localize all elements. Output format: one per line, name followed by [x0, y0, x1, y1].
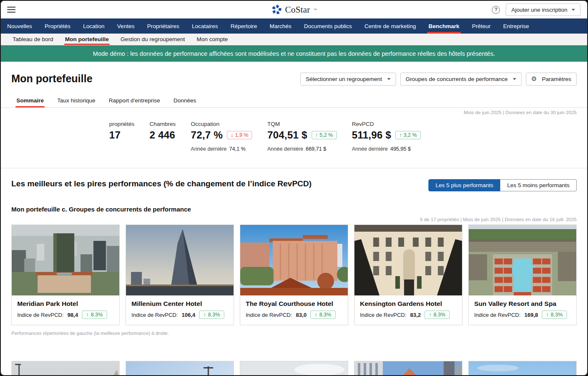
grouping-dropdown-label: Sélectionner un regroupement	[306, 76, 382, 82]
up-arrow-icon: ↑	[86, 312, 89, 318]
hotel-name: Meridian Park Hotel	[17, 300, 114, 308]
stat-tqm: TQM 704,51 $ ↑ 5,2 % Année dernière669,7…	[267, 121, 336, 152]
hotel-card[interactable]	[468, 361, 577, 376]
down-arrow-icon: ↓	[231, 132, 233, 138]
performance-section-title: Les meilleurs et les pires performances …	[11, 179, 312, 188]
hotel-card-kensington-gardens[interactable]: Kensington Gardens Hotel Indice de RevPC…	[354, 225, 462, 325]
change-value: 8.3%	[433, 312, 446, 318]
add-listing-label: Ajouter une inscription	[511, 7, 567, 13]
hotel-card[interactable]	[240, 361, 348, 376]
compset-dropdown[interactable]: Groupes de concurrents de performance	[400, 73, 522, 86]
nav-item-documents-publics[interactable]: Documents publics	[298, 18, 358, 34]
stat-chambres: Chambres 2 446	[150, 121, 176, 152]
index-value: 169,8	[525, 312, 538, 318]
nav-item-nouvelles[interactable]: Nouvelles	[1, 18, 38, 34]
hotel-name: Millenium Center Hotel	[131, 300, 228, 308]
hotel-photo	[240, 361, 348, 376]
gear-icon: ⚙	[531, 76, 537, 82]
hotel-photo	[12, 225, 119, 295]
toggle-bottom-performers[interactable]: Les 5 moins performants	[500, 179, 577, 191]
tab-donnees[interactable]: Données	[168, 95, 201, 107]
tab-sommaire[interactable]: Sommaire	[11, 95, 49, 107]
hotel-name: Kensington Gardens Hotel	[360, 300, 457, 308]
hotel-cards-row-2	[11, 361, 577, 376]
up-arrow-icon: ↑	[315, 132, 318, 138]
up-arrow-icon: ↑	[546, 312, 549, 318]
chevron-down-icon	[387, 78, 391, 80]
hotel-card[interactable]	[11, 361, 120, 376]
nav-item-proprietaires[interactable]: Propriétaires	[141, 18, 186, 34]
stat-label: TQM	[267, 121, 336, 127]
performers-toggle: Les 5 plus performants Les 5 moins perfo…	[428, 179, 577, 191]
add-listing-button[interactable]: Ajouter une inscription	[506, 3, 580, 16]
hotel-photo	[469, 361, 576, 376]
hotel-photo	[354, 361, 462, 376]
help-icon[interactable]: ?	[492, 6, 500, 14]
change-value: 8.3%	[91, 312, 103, 318]
hotel-cards-row: Meridian Park Hotel Indice de RevPCD: 98…	[11, 225, 577, 325]
nav-item-location[interactable]: Location	[77, 18, 111, 34]
summary-date-note: Mois de juin 2025 | Données en date du 3…	[11, 110, 577, 115]
performance-date-note: 5 de 17 propriétés | Mois de juin 2025 |…	[11, 217, 577, 222]
subnav-item-tableau-de-bord[interactable]: Tableau de bord	[7, 34, 59, 45]
nav-item-ventes[interactable]: Ventes	[111, 18, 141, 34]
change-badge-up: ↑ 8.3%	[425, 311, 450, 319]
tab-rapport-entreprise[interactable]: Rapport d'entreprise	[104, 95, 165, 107]
stat-value: 17	[109, 129, 134, 141]
hotel-photo	[126, 361, 234, 376]
toggle-top-performers[interactable]: Les 5 plus performants	[428, 179, 500, 191]
subnav-item-mon-portefeuille[interactable]: Mon portefeuille	[59, 34, 115, 45]
page-title: Mon portefeuille	[11, 73, 92, 85]
nav-item-preteur[interactable]: Prêteur	[466, 18, 497, 34]
hotel-photo	[126, 225, 234, 295]
nav-item-benchmark[interactable]: Benchmark	[422, 18, 466, 34]
demo-mode-banner: Mode démo : les données de performance a…	[1, 45, 587, 62]
change-value: 8.3%	[319, 312, 331, 318]
index-value: 106,4	[182, 312, 196, 318]
index-label: Indice de RevPCD:	[360, 312, 407, 318]
up-arrow-icon: ↑	[399, 132, 402, 138]
change-value: 1,9 %	[235, 132, 249, 138]
settings-label: Paramètres	[542, 76, 571, 82]
hotel-card[interactable]	[126, 361, 234, 376]
hotel-photo	[12, 361, 119, 376]
nav-item-marches[interactable]: Marchés	[263, 18, 298, 34]
stat-label: Occupation	[191, 121, 252, 127]
nav-item-repertoire[interactable]: Répertoire	[224, 18, 263, 34]
hotel-card-millenium-center[interactable]: Millenium Center Hotel Indice de RevPCD:…	[126, 225, 234, 325]
hotel-photo	[469, 225, 576, 295]
hotel-name: The Royal Courthouse Hotel	[246, 300, 342, 308]
hotel-card[interactable]	[354, 361, 462, 376]
nav-item-locataires[interactable]: Locataires	[186, 18, 224, 34]
change-badge-up: ↑ 8.3%	[542, 311, 567, 319]
chevron-down-icon	[513, 78, 516, 80]
hotel-card-sun-valley[interactable]: Sun Valley Resort and Spa Indice de RevP…	[468, 225, 577, 325]
summary-stats-panel: Mois de juin 2025 | Données en date du 3…	[1, 108, 587, 168]
hotel-card-meridian-park[interactable]: Meridian Park Hotel Indice de RevPCD: 98…	[11, 225, 120, 325]
subnav-item-gestion-regroupement[interactable]: Gestion du regroupement	[115, 34, 191, 45]
app-window: CoStar ™ ? Ajouter une inscription Nouve…	[0, 0, 588, 376]
up-arrow-icon: ↑	[203, 312, 206, 318]
index-value: 83,2	[410, 312, 421, 318]
stat-value: 2 446	[150, 129, 176, 141]
hamburger-menu-icon[interactable]	[7, 7, 16, 13]
performance-footnote: Performances répertoriées de gauche (la …	[11, 331, 577, 336]
tab-taux-historique[interactable]: Taux historique	[52, 95, 100, 107]
grouping-dropdown[interactable]: Sélectionner un regroupement	[300, 73, 396, 86]
top-bar: CoStar ™ ? Ajouter une inscription	[1, 1, 587, 18]
hotel-name: Sun Valley Resort and Spa	[474, 300, 571, 308]
change-badge-down: ↓ 1,9 %	[227, 131, 252, 139]
index-value: 98,4	[68, 312, 78, 318]
stat-value: 511,96 $	[352, 129, 391, 141]
index-label: Indice de RevPCD:	[131, 312, 178, 318]
subnav-item-mon-compte[interactable]: Mon compte	[191, 34, 234, 45]
change-badge-up: ↑ 8.3%	[310, 311, 336, 319]
index-label: Indice de RevPCD:	[246, 312, 292, 318]
settings-button[interactable]: ⚙ Paramètres	[526, 73, 577, 86]
nav-item-centre-marketing[interactable]: Centre de marketing	[358, 18, 422, 34]
hotel-card-royal-courthouse[interactable]: The Royal Courthouse Hotel Indice de Rev…	[240, 225, 348, 325]
chevron-down-icon	[572, 9, 575, 11]
performance-section: Les meilleurs et les pires performances …	[1, 168, 587, 376]
nav-item-proprietes[interactable]: Propriétés	[38, 18, 77, 34]
nav-item-entreprise[interactable]: Entreprise	[497, 18, 536, 34]
